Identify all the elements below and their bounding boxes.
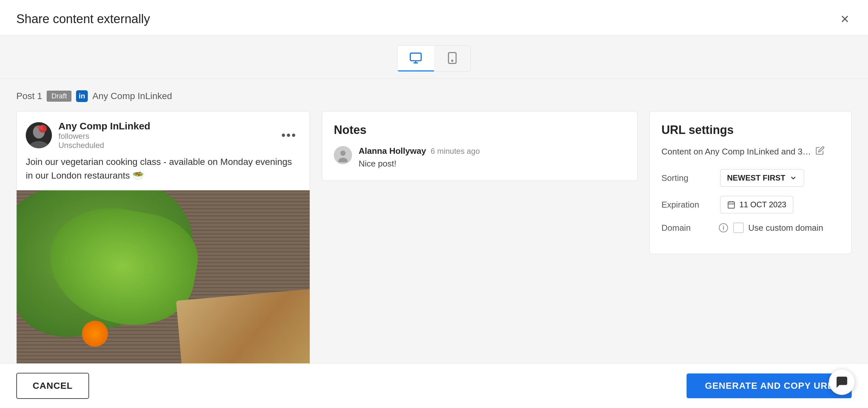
notes-panel: Notes Alanna Hollyway 6 minutes ago	[322, 111, 638, 181]
info-icon: i	[719, 223, 728, 232]
post-header: Any Comp InLinked followers Unscheduled …	[17, 111, 310, 155]
note-author: Alanna Hollyway	[359, 146, 426, 156]
post-account-name: Any Comp InLinked	[58, 121, 150, 132]
post-account: Any Comp InLinked followers Unscheduled	[26, 121, 150, 150]
post-followers: followers	[58, 132, 150, 141]
checkbox[interactable]	[733, 223, 744, 233]
draft-badge: Draft	[46, 91, 71, 102]
url-settings-title: URL settings	[661, 123, 840, 137]
expiration-button[interactable]: 11 OCT 2023	[720, 196, 793, 213]
domain-label: Domain	[661, 223, 714, 233]
breadcrumb-account: Any Comp InLinked	[92, 91, 172, 101]
expiration-value: 11 OCT 2023	[739, 200, 786, 209]
expiration-row: Expiration 11 OCT 2023	[661, 196, 840, 213]
svg-rect-0	[410, 53, 421, 61]
mobile-view-button[interactable]	[434, 46, 470, 71]
modal-header: Share content externally ×	[0, 0, 868, 36]
modal-footer: CANCEL GENERATE AND COPY URL	[0, 363, 868, 408]
desktop-icon	[409, 52, 422, 65]
cutting-board	[176, 288, 310, 363]
post-more-button[interactable]: •••	[279, 128, 299, 142]
edit-icon	[815, 146, 825, 155]
post-status: Unscheduled	[58, 141, 150, 150]
cancel-button[interactable]: CANCEL	[16, 373, 89, 399]
generate-copy-url-button[interactable]: GENERATE AND COPY URL	[687, 373, 852, 398]
salad-background	[17, 190, 310, 363]
url-edit-button[interactable]	[815, 146, 825, 158]
chat-icon	[835, 375, 848, 388]
custom-domain-label: Use custom domain	[748, 223, 823, 233]
mobile-icon	[446, 52, 459, 65]
expiration-label: Expiration	[661, 200, 714, 210]
view-toolbar	[0, 36, 868, 78]
share-modal: Share content externally × Post 1 D	[0, 0, 868, 408]
linkedin-icon: in	[76, 90, 88, 102]
post-text: Join our vegetarian cooking class - avai…	[17, 155, 310, 190]
note-time: 6 minutes ago	[431, 147, 480, 156]
url-content-text: Content on Any Comp InLinked and 3…	[661, 147, 811, 157]
svg-rect-1	[448, 53, 456, 63]
domain-row: Domain i Use custom domain	[661, 223, 840, 233]
sorting-value: NEWEST FIRST	[727, 173, 785, 182]
sorting-label: Sorting	[661, 173, 714, 183]
breadcrumb-post-label: Post 1	[16, 91, 42, 101]
svg-point-8	[340, 150, 346, 156]
sorting-dropdown[interactable]: NEWEST FIRST	[720, 169, 804, 187]
calendar-icon	[727, 200, 736, 209]
post-image	[17, 190, 310, 363]
url-content-row: Content on Any Comp InLinked and 3…	[661, 146, 840, 158]
close-button[interactable]: ×	[838, 12, 852, 26]
note-item: Alanna Hollyway 6 minutes ago Nice post!	[334, 146, 625, 169]
notes-title: Notes	[334, 123, 625, 137]
sorting-row: Sorting NEWEST FIRST	[661, 169, 840, 187]
note-meta: Alanna Hollyway 6 minutes ago	[359, 146, 480, 156]
svg-rect-10	[728, 202, 735, 208]
salad-orange	[82, 321, 108, 347]
note-content: Alanna Hollyway 6 minutes ago Nice post!	[359, 146, 480, 169]
note-author-avatar	[334, 146, 352, 164]
avatar	[26, 122, 52, 148]
chat-widget[interactable]	[829, 369, 855, 395]
view-toggle-group	[397, 45, 471, 72]
avatar-icon	[336, 148, 350, 162]
post-card: Any Comp InLinked followers Unscheduled …	[16, 111, 310, 363]
custom-domain-checkbox[interactable]: Use custom domain	[733, 223, 823, 233]
post-account-info: Any Comp InLinked followers Unscheduled	[58, 121, 150, 150]
content-area: Any Comp InLinked followers Unscheduled …	[16, 111, 852, 363]
modal-body: Post 1 Draft in Any Comp InLinked	[0, 78, 868, 363]
breadcrumb: Post 1 Draft in Any Comp InLinked	[16, 90, 852, 102]
svg-point-2	[452, 60, 453, 61]
avatar-image	[26, 122, 52, 148]
url-settings-panel: URL settings Content on Any Comp InLinke…	[649, 111, 852, 254]
chevron-down-icon	[789, 174, 797, 182]
modal-title: Share content externally	[16, 12, 150, 26]
desktop-view-button[interactable]	[398, 46, 434, 71]
note-text: Nice post!	[359, 159, 480, 169]
